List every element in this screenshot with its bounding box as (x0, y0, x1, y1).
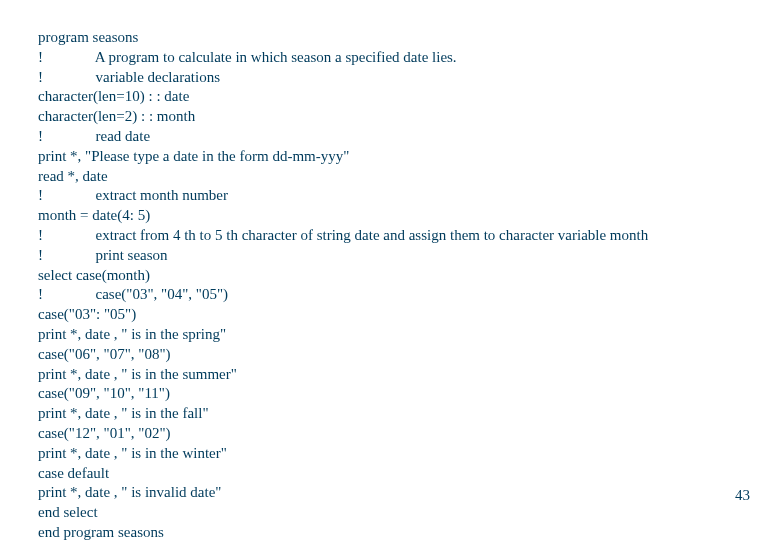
code-line: ! case("03", "04", "05") (38, 285, 780, 305)
code-line: read *, date (38, 167, 780, 187)
code-line: ! read date (38, 127, 780, 147)
code-line: print *, date , " is in the winter" (38, 444, 780, 464)
code-line: case("09", "10", "11") (38, 384, 780, 404)
code-line: ! extract from 4 th to 5 th character of… (38, 226, 780, 246)
code-line: print *, date , " is in the fall" (38, 404, 780, 424)
code-block: program seasons ! A program to calculate… (0, 0, 780, 540)
code-line: case("06", "07", "08") (38, 345, 780, 365)
code-line: ! extract month number (38, 186, 780, 206)
page-number: 43 (735, 487, 750, 504)
code-line: case("12", "01", "02") (38, 424, 780, 444)
code-line: end program seasons (38, 523, 780, 540)
code-line: print *, date , " is in the spring" (38, 325, 780, 345)
code-line: select case(month) (38, 266, 780, 286)
code-line: character(len=2) : : month (38, 107, 780, 127)
code-line: ! print season (38, 246, 780, 266)
code-line: print *, date , " is invalid date" (38, 483, 780, 503)
code-line: ! variable declarations (38, 68, 780, 88)
code-line: print *, date , " is in the summer" (38, 365, 780, 385)
code-line: month = date(4: 5) (38, 206, 780, 226)
code-line: program seasons (38, 28, 780, 48)
code-line: case("03": "05") (38, 305, 780, 325)
code-line: print *, "Please type a date in the form… (38, 147, 780, 167)
code-line: case default (38, 464, 780, 484)
code-line: end select (38, 503, 780, 523)
code-line: ! A program to calculate in which season… (38, 48, 780, 68)
code-line: character(len=10) : : date (38, 87, 780, 107)
